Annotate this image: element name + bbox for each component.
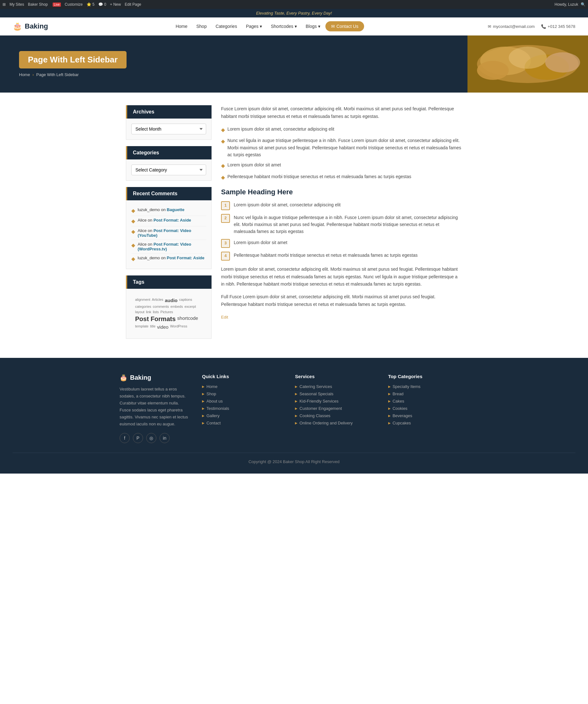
number-badge: 4 xyxy=(221,252,230,260)
footer-link-shop[interactable]: ▶Shop xyxy=(202,392,282,396)
comment-text: luzuk_demo on Post Format: Aside xyxy=(138,255,204,260)
intro-paragraph: Fusce Lorem ipsum dolor sit amet, consec… xyxy=(221,105,462,120)
categories-select[interactable]: Select Category xyxy=(131,165,206,175)
nav-blogs[interactable]: Blogs ▾ xyxy=(302,21,324,32)
comment-link[interactable]: Post Format: Video (WordPress.tv) xyxy=(138,242,191,251)
footer-service-customer[interactable]: ▶Customer Engagement xyxy=(295,406,375,411)
tag-title[interactable]: title xyxy=(150,324,155,330)
tag-pictures[interactable]: Pictures xyxy=(160,310,173,314)
footer-link-gallery[interactable]: ▶Gallery xyxy=(202,413,282,418)
footer-cat-bread[interactable]: ▶Bread xyxy=(388,392,469,396)
tag-wordpress[interactable]: WordPress xyxy=(170,324,187,330)
comment-text: Alice on Post Format: Video (YouTube) xyxy=(138,228,206,238)
site-logo[interactable]: 🎂 Baking xyxy=(13,22,48,31)
footer-service-catering[interactable]: ▶Catering Services xyxy=(295,384,375,389)
footer-cat-cookies[interactable]: ▶Cookies xyxy=(388,406,469,411)
admin-wp-icon[interactable]: ⊞ xyxy=(3,2,6,7)
footer-link-home[interactable]: ▶Home xyxy=(202,384,282,389)
tag-video[interactable]: video xyxy=(157,324,168,330)
tag-alignment[interactable]: alignment xyxy=(135,298,150,303)
nav-categories[interactable]: Categories xyxy=(212,21,241,32)
comment-dot: ◆ xyxy=(131,229,135,235)
tag-categories[interactable]: categories xyxy=(135,305,151,308)
hero-image xyxy=(468,36,588,93)
comment-link[interactable]: Post Format: Aside xyxy=(154,218,191,223)
tags-cloud: alignment Articles audio captions catego… xyxy=(131,294,206,334)
tag-embeds[interactable]: embeds xyxy=(171,305,183,308)
bullet-icon: ◆ xyxy=(221,162,225,170)
tag-articles[interactable]: Articles xyxy=(152,298,163,303)
edit-link[interactable]: Edit xyxy=(221,315,462,319)
list-item: 4 Pellentesque habitant morbi tristique … xyxy=(221,252,462,260)
footer-cat-cakes[interactable]: ▶Cakes xyxy=(388,399,469,404)
admin-bar: ⊞ My Sites Baker Shop Live Customize ⭐ 5… xyxy=(0,0,588,9)
tag-post-formats[interactable]: Post Formats xyxy=(135,315,176,323)
admin-customize[interactable]: Customize xyxy=(65,2,83,7)
social-linkedin[interactable]: in xyxy=(160,433,170,443)
nav-shortcodes[interactable]: Shortcodes ▾ xyxy=(267,21,301,32)
comment-link[interactable]: Post Format: Video (YouTube) xyxy=(138,228,191,238)
admin-comments[interactable]: 💬 0 xyxy=(98,2,106,7)
admin-my-sites[interactable]: My Sites xyxy=(9,2,24,7)
footer-service-ordering[interactable]: ▶Online Ordering and Delivery xyxy=(295,421,375,425)
footer-cat-beverages[interactable]: ▶Beverages xyxy=(388,413,469,418)
tag-layout[interactable]: layout xyxy=(135,310,144,314)
bullet-text: Nunc vel ligula in augue tristique pelle… xyxy=(227,137,462,158)
footer-cat-cupcakes[interactable]: ▶Cupcakes xyxy=(388,421,469,425)
comment-dot: ◆ xyxy=(131,242,135,248)
tag-comments[interactable]: comments xyxy=(153,305,169,308)
tag-captions[interactable]: captions xyxy=(179,298,192,303)
hero-banner: Page With Left Sidebar Home › Page With … xyxy=(0,36,588,93)
footer-service-seasonal[interactable]: ▶Seasonal Specials xyxy=(295,392,375,396)
social-icons: f P ◎ in xyxy=(119,433,189,443)
footer-link-about[interactable]: ▶About us xyxy=(202,399,282,404)
footer-service-cooking[interactable]: ▶Cooking Classes xyxy=(295,413,375,418)
tag-link[interactable]: link xyxy=(146,310,151,314)
footer-service-kid-friendly[interactable]: ▶Kid-Friendly Services xyxy=(295,399,375,404)
breadcrumb-home[interactable]: Home xyxy=(19,72,30,77)
footer-cat-specialty[interactable]: ▶Specialty Items xyxy=(388,384,469,389)
footer-brand: 🎂 Baking Vestibulum laoreet tellus a ero… xyxy=(119,374,189,443)
admin-search-icon[interactable]: 🔍 xyxy=(581,2,585,7)
numbered-text: Pellentesque habitant morbi tristique se… xyxy=(234,252,418,259)
admin-bar-right: Howdy, Luzuk 🔍 xyxy=(555,2,585,7)
footer-link-testimonials[interactable]: ▶Testimonials xyxy=(202,406,282,411)
archives-select[interactable]: Select Month xyxy=(131,124,206,134)
logo-icon: 🎂 xyxy=(13,22,22,31)
list-item: ◆ luzuk_demo on Post Format: Aside xyxy=(131,253,206,264)
social-instagram[interactable]: ◎ xyxy=(146,433,156,443)
svg-point-4 xyxy=(509,47,547,69)
arrow-icon: ▶ xyxy=(202,385,205,388)
tag-shortcode[interactable]: shortcode xyxy=(177,315,198,323)
tag-excerpt[interactable]: excerpt xyxy=(184,305,196,308)
nav-pages[interactable]: Pages ▾ xyxy=(242,21,266,32)
admin-edit-page[interactable]: Edit Page xyxy=(125,2,141,7)
contact-us-button[interactable]: ✉ Contact Us xyxy=(325,21,364,32)
nav-shop[interactable]: Shop xyxy=(193,21,211,32)
comment-link[interactable]: Baguette xyxy=(167,207,184,212)
comment-link[interactable]: Post Format: Aside xyxy=(167,255,205,260)
comment-text: Alice on Post Format: Video (WordPress.t… xyxy=(138,242,206,251)
arrow-icon: ▶ xyxy=(295,392,298,396)
social-facebook[interactable]: f xyxy=(119,433,130,443)
nav-home[interactable]: Home xyxy=(172,21,191,32)
header-phone: 📞 +012 345 5678 xyxy=(541,24,575,29)
tag-audio[interactable]: audio xyxy=(165,298,177,303)
tag-template[interactable]: template xyxy=(135,324,149,330)
tag-lists[interactable]: lists xyxy=(153,310,159,314)
phone-icon: 📞 xyxy=(541,24,546,29)
footer-logo-text: Baking xyxy=(130,374,151,381)
social-pinterest[interactable]: P xyxy=(133,433,143,443)
arrow-icon: ▶ xyxy=(388,414,391,417)
footer-link-contact[interactable]: ▶Contact xyxy=(202,421,282,425)
admin-stars[interactable]: ⭐ 5 xyxy=(87,2,95,7)
arrow-icon: ▶ xyxy=(388,407,391,410)
number-badge: 3 xyxy=(221,239,230,248)
list-item: ◆ Pellentesque habitant morbi tristique … xyxy=(221,173,462,182)
admin-new[interactable]: + New xyxy=(110,2,121,7)
footer-logo: 🎂 Baking xyxy=(119,374,189,381)
numbered-list: 1 Lorem ipsum dolor sit amet, consectetu… xyxy=(221,201,462,260)
admin-baker-shop[interactable]: Baker Shop xyxy=(28,2,48,7)
numbered-text: Nunc vel ligula in augue tristique pelle… xyxy=(234,214,462,235)
arrow-icon: ▶ xyxy=(388,385,391,388)
